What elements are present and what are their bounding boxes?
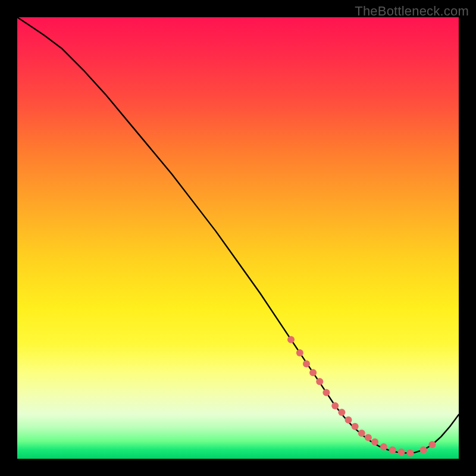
curve-marker — [296, 349, 303, 356]
curve-marker — [406, 449, 414, 456]
plot-area — [17, 17, 459, 459]
curve-marker — [287, 336, 295, 343]
curve-marker — [331, 402, 339, 409]
chart-stage: TheBottleneck.com — [0, 0, 476, 476]
curve-marker — [345, 416, 352, 424]
curve-marker — [389, 446, 396, 453]
curve-marker — [371, 439, 378, 446]
curve-markers — [287, 336, 436, 457]
curve-marker — [398, 449, 405, 456]
watermark-text: TheBottleneck.com — [355, 4, 469, 19]
curve-layer — [17, 17, 459, 459]
curve-marker — [358, 430, 365, 437]
curve-marker — [303, 360, 310, 367]
curve-marker — [428, 441, 436, 448]
bottleneck-curve — [17, 17, 459, 453]
curve-marker — [338, 409, 345, 416]
curve-marker — [352, 423, 359, 430]
curve-marker — [420, 446, 427, 453]
curve-marker — [380, 443, 387, 450]
curve-marker — [365, 434, 372, 441]
curve-marker — [316, 378, 323, 385]
curve-marker — [309, 369, 317, 376]
curve-marker — [322, 389, 330, 396]
